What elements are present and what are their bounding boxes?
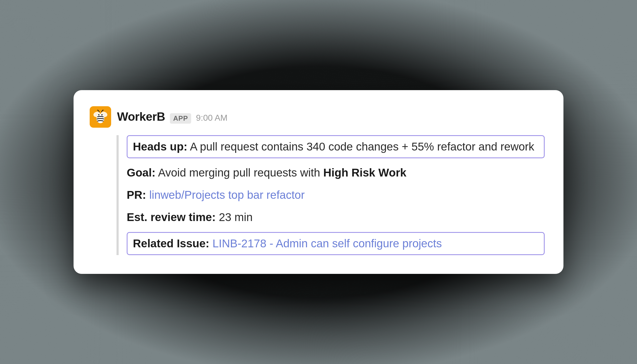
message-body: Heads up: A pull request contains 340 co… (117, 135, 545, 255)
goal-line: Goal: Avoid merging pull requests with H… (127, 165, 545, 181)
related-issue-label: Related Issue: (133, 237, 209, 250)
heads-up-label: Heads up: (133, 140, 187, 153)
pr-label: PR: (127, 189, 146, 201)
svg-point-5 (97, 110, 98, 111)
review-time-label: Est. review time: (127, 211, 216, 223)
goal-label: Goal: (127, 166, 155, 179)
slack-message-card: WorkerB APP 9:00 AM Heads up: A pull req… (74, 90, 563, 274)
svg-point-3 (98, 114, 100, 116)
app-badge: APP (170, 113, 191, 124)
bee-icon (92, 109, 109, 125)
heads-up-text: A pull request contains 340 code changes… (187, 140, 534, 153)
related-issue-line: Related Issue: LINB-2178 - Admin can sel… (127, 232, 545, 255)
message-timestamp[interactable]: 9:00 AM (196, 113, 227, 123)
app-avatar[interactable] (90, 106, 111, 128)
svg-point-4 (101, 114, 103, 116)
review-time-value: 23 min (216, 211, 253, 223)
heads-up-line: Heads up: A pull request contains 340 co… (127, 135, 545, 159)
pr-line: PR: linweb/Projects top bar refactor (127, 187, 545, 203)
review-time-line: Est. review time: 23 min (127, 210, 545, 225)
related-issue-link[interactable]: LINB-2178 - Admin can self configure pro… (212, 237, 442, 250)
app-name[interactable]: WorkerB (117, 110, 165, 123)
svg-point-6 (103, 110, 104, 111)
pr-link[interactable]: linweb/Projects top bar refactor (149, 189, 305, 201)
header-text-group: WorkerB APP 9:00 AM (117, 110, 227, 124)
message-header: WorkerB APP 9:00 AM (90, 106, 545, 128)
goal-emphasis: High Risk Work (323, 166, 406, 179)
goal-text: Avoid merging pull requests with (155, 166, 323, 179)
